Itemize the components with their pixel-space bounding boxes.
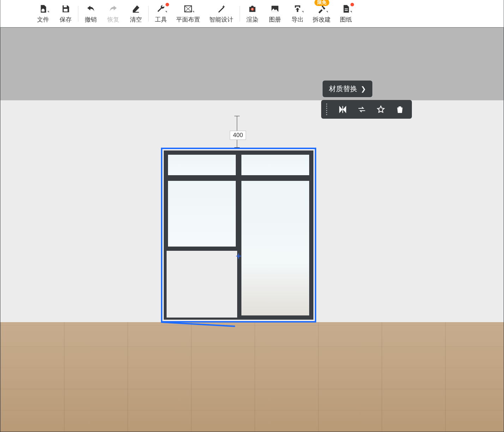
eraser-icon (131, 4, 141, 14)
measurement-value[interactable]: 400 (230, 131, 246, 140)
toolbar-separator (240, 6, 240, 22)
object-context-menu: 材质替换 ❯ (321, 81, 412, 119)
render-button[interactable]: 渲染 (245, 3, 260, 24)
drag-grip-icon[interactable] (326, 103, 327, 115)
wall-cutout (167, 251, 237, 318)
album-label: 图册 (269, 16, 281, 24)
window-frame (164, 150, 313, 320)
export-label: 导出 (292, 16, 304, 24)
wrench-icon (156, 4, 166, 14)
svg-rect-0 (64, 5, 67, 7)
toolbar-separator (148, 6, 149, 22)
replace-material-label: 材质替换 (329, 84, 357, 94)
layout-icon (183, 4, 193, 14)
glass-pane (241, 181, 309, 315)
tools-label: 工具 (155, 16, 167, 24)
viewport-center-cross (236, 254, 241, 259)
file-button[interactable]: 文件 (36, 3, 50, 24)
layout-button[interactable]: 平面布置 (175, 3, 202, 24)
drawings-button[interactable]: 图纸 (338, 3, 353, 24)
undo-button[interactable]: 撤销 (83, 3, 98, 24)
scene-floor (0, 322, 504, 432)
swap-icon[interactable] (357, 105, 367, 114)
hammer-icon (317, 4, 327, 14)
viewport-3d[interactable]: 400 (0, 28, 504, 432)
context-action-bar (321, 100, 412, 119)
redo-button[interactable]: 恢复 (106, 3, 121, 24)
toolbar-separator (78, 6, 78, 22)
save-button[interactable]: 保存 (58, 3, 73, 24)
glass-pane (168, 181, 236, 247)
tools-button[interactable]: 工具 (154, 3, 168, 24)
album-button[interactable]: 图册 (268, 3, 282, 24)
rebuild-button[interactable]: 限免 拆改建 (311, 3, 332, 24)
export-icon (292, 4, 303, 14)
smart-label: 智能设计 (209, 16, 233, 24)
favorite-star-icon[interactable] (376, 105, 386, 114)
file-label: 文件 (37, 16, 49, 24)
magic-icon (216, 4, 227, 14)
undo-label: 撤销 (85, 16, 97, 24)
image-icon (270, 4, 280, 14)
clear-label: 清空 (130, 16, 142, 24)
smart-design-button[interactable]: 智能设计 (208, 3, 235, 24)
selected-window-object[interactable] (161, 148, 316, 322)
delete-icon[interactable] (395, 105, 405, 114)
camera-icon (247, 4, 258, 14)
undo-icon (85, 4, 96, 14)
scene-ceiling (0, 28, 504, 100)
replace-material-button[interactable]: 材质替换 ❯ (323, 81, 372, 97)
save-icon (60, 4, 71, 14)
glass-pane (241, 155, 309, 175)
drawings-label: 图纸 (340, 16, 352, 24)
render-label: 渲染 (246, 16, 258, 24)
layout-label: 平面布置 (176, 16, 200, 24)
redo-icon (108, 4, 119, 14)
document-icon (341, 4, 351, 14)
export-button[interactable]: 导出 (290, 3, 305, 24)
chevron-right-icon: ❯ (361, 85, 366, 93)
clear-button[interactable]: 清空 (128, 3, 143, 24)
redo-label: 恢复 (107, 16, 119, 24)
save-label: 保存 (60, 16, 72, 24)
rebuild-label: 拆改建 (313, 16, 331, 24)
glass-pane (168, 155, 236, 175)
file-home-icon (38, 4, 48, 14)
mirror-icon[interactable] (338, 105, 348, 114)
main-toolbar: 文件 保存 撤销 恢复 清空 工具 (0, 0, 504, 28)
svg-rect-1 (64, 9, 68, 12)
